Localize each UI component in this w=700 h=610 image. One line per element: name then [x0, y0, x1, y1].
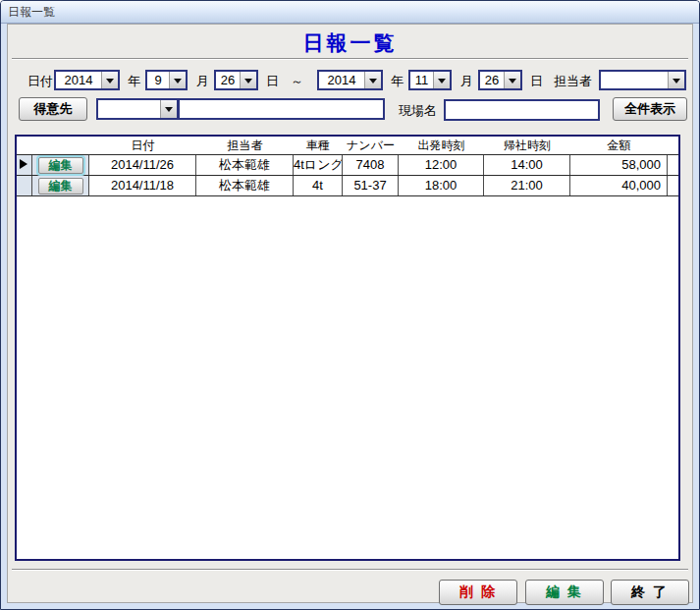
- customer-input[interactable]: [178, 98, 385, 120]
- page-title: 日報一覧: [8, 29, 692, 57]
- date-label: 日付: [27, 73, 53, 90]
- column-header-return: 帰社時刻: [484, 137, 570, 154]
- table-row[interactable]: 編集 2014/11/18 松本範雄 4t 51-37 18:00 21:00 …: [17, 176, 678, 196]
- column-header-amount: 金額: [570, 137, 668, 154]
- from-month-suffix: 月: [196, 73, 209, 90]
- window-title: 日報一覧: [1, 4, 55, 21]
- customer-dropdown-button[interactable]: [160, 100, 177, 118]
- chevron-down-icon: [673, 79, 680, 87]
- table-header-row: 日付 担当者 車種 ナンバー 出発時刻 帰社時刻 金額: [17, 137, 678, 155]
- row-edit-button[interactable]: 編集: [38, 178, 83, 194]
- delete-button[interactable]: 削 除: [439, 580, 517, 605]
- from-month-value: 9: [147, 72, 169, 88]
- record-selector-arrow-icon: [20, 159, 27, 169]
- customer-combo[interactable]: [96, 98, 179, 120]
- chevron-down-icon: [509, 79, 516, 87]
- cell-depart: 18:00: [399, 176, 484, 195]
- window: 日報一覧 日報一覧 日付 2014 年 9 月 26 日 ～ 2014 年 11: [0, 0, 700, 610]
- to-year-combo[interactable]: 2014: [317, 70, 383, 90]
- chevron-down-icon: [369, 79, 377, 87]
- cell-date: 2014/11/26: [89, 155, 196, 175]
- top-separator: [12, 58, 688, 59]
- header-edit-spacer: [32, 137, 89, 154]
- record-selector-cell[interactable]: [17, 155, 32, 175]
- report-table: 日付 担当者 車種 ナンバー 出発時刻 帰社時刻 金額 編集 2014/11/2…: [15, 135, 680, 561]
- cell-date: 2014/11/18: [89, 176, 196, 195]
- table-row[interactable]: 編集 2014/11/26 松本範雄 4tロング 7408 12:00 14:0…: [17, 155, 678, 176]
- cell-depart: 12:00: [399, 155, 484, 175]
- chevron-down-icon: [174, 79, 182, 87]
- from-month-combo[interactable]: 9: [145, 70, 188, 90]
- cell-vehicle: 4tロング: [294, 155, 343, 175]
- staff-label: 担当者: [554, 73, 592, 90]
- staff-combo[interactable]: [599, 70, 686, 90]
- cell-return: 21:00: [484, 176, 570, 195]
- to-day-combo[interactable]: 26: [478, 70, 522, 90]
- customer-button[interactable]: 得意先: [19, 97, 87, 121]
- cell-amount: 40,000: [570, 176, 668, 195]
- header-end-spacer: [668, 137, 678, 154]
- column-header-vehicle: 車種: [294, 137, 343, 154]
- cell-number: 51-37: [343, 176, 399, 195]
- staff-value: [601, 72, 668, 88]
- bottom-separator: [12, 569, 688, 570]
- cell-return: 14:00: [484, 155, 570, 175]
- to-year-value: 2014: [319, 72, 364, 88]
- from-month-dropdown-button[interactable]: [169, 72, 186, 88]
- column-header-staff: 担当者: [196, 137, 294, 154]
- to-month-value: 11: [410, 72, 433, 88]
- from-day-dropdown-button[interactable]: [240, 72, 256, 88]
- cell-staff: 松本範雄: [196, 176, 294, 195]
- to-year-dropdown-button[interactable]: [364, 72, 381, 88]
- chevron-down-icon: [165, 107, 173, 116]
- cell-end-spacer: [668, 176, 678, 195]
- to-year-suffix: 年: [391, 73, 404, 90]
- content-area: 日報一覧 日付 2014 年 9 月 26 日 ～ 2014 年 11 月: [7, 24, 693, 603]
- header-selector-spacer: [17, 137, 32, 154]
- to-month-suffix: 月: [460, 73, 473, 90]
- from-year-suffix: 年: [128, 73, 140, 90]
- record-selector-cell[interactable]: [17, 176, 32, 195]
- show-all-button[interactable]: 全件表示: [613, 97, 687, 121]
- from-year-value: 2014: [56, 72, 101, 88]
- chevron-down-icon: [244, 79, 252, 87]
- range-tilde: ～: [291, 73, 303, 90]
- from-year-combo[interactable]: 2014: [54, 70, 120, 90]
- edit-cell: 編集: [32, 155, 89, 175]
- row-edit-button[interactable]: 編集: [38, 157, 83, 174]
- cell-number: 7408: [343, 155, 399, 175]
- titlebar[interactable]: 日報一覧: [1, 1, 699, 24]
- to-day-value: 26: [480, 72, 504, 88]
- to-day-dropdown-button[interactable]: [504, 72, 520, 88]
- from-day-suffix: 日: [266, 73, 279, 90]
- staff-dropdown-button[interactable]: [668, 72, 684, 88]
- from-year-dropdown-button[interactable]: [101, 72, 118, 88]
- to-day-suffix: 日: [530, 73, 543, 90]
- chevron-down-icon: [438, 79, 446, 87]
- site-label: 現場名: [399, 102, 437, 120]
- to-month-dropdown-button[interactable]: [433, 72, 450, 88]
- cell-amount: 58,000: [570, 155, 668, 175]
- to-month-combo[interactable]: 11: [408, 70, 452, 90]
- from-day-combo[interactable]: 26: [214, 70, 258, 90]
- column-header-number: ナンバー: [343, 137, 399, 154]
- site-input[interactable]: [444, 99, 600, 121]
- column-header-depart: 出発時刻: [399, 137, 484, 154]
- customer-combo-value: [98, 100, 160, 118]
- column-header-date: 日付: [89, 137, 196, 154]
- cell-vehicle: 4t: [294, 176, 343, 195]
- from-day-value: 26: [216, 72, 240, 88]
- cell-end-spacer: [668, 155, 678, 175]
- close-button[interactable]: 終 了: [611, 580, 689, 605]
- cell-staff: 松本範雄: [196, 155, 294, 175]
- edit-cell: 編集: [32, 176, 89, 195]
- chevron-down-icon: [106, 79, 114, 87]
- edit-button[interactable]: 編 集: [525, 580, 604, 605]
